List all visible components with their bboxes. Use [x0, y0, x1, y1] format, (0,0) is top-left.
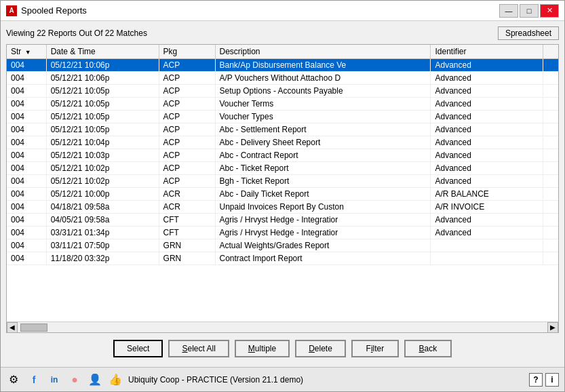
- cell-3: Voucher Terms: [215, 98, 431, 111]
- linkedin-icon[interactable]: in: [47, 372, 62, 387]
- table-row[interactable]: 00403/11/21 07:50pGRNActual Weights/Grad…: [7, 239, 558, 252]
- close-button[interactable]: ✕: [540, 4, 559, 18]
- cell-0: 004: [7, 123, 46, 136]
- cell-5: [543, 149, 558, 162]
- cell-4: A/R INVOICE: [431, 201, 543, 214]
- cell-4: Advanced: [431, 162, 543, 175]
- table-row[interactable]: 00405/12/21 10:05pACPAbc - Settlement Re…: [7, 123, 558, 136]
- cell-4: Advanced: [431, 85, 543, 98]
- cell-2: ACP: [159, 85, 215, 98]
- settings-icon[interactable]: ⚙: [6, 372, 21, 387]
- col-datetime[interactable]: Date & Time: [46, 45, 159, 59]
- cell-5: [543, 188, 558, 201]
- table-row[interactable]: 00404/18/21 09:58aACRUnpaid Invoices Rep…: [7, 201, 558, 214]
- table-row[interactable]: 00405/12/21 10:03pACPAbc - Contract Repo…: [7, 149, 558, 162]
- select-all-label-rest: elect All: [187, 344, 215, 353]
- table-row[interactable]: 00405/12/21 10:05pACPVoucher TypesAdvanc…: [7, 111, 558, 123]
- table-row[interactable]: 00403/31/21 01:34pCFTAgris / Hrvyst Hedg…: [7, 227, 558, 239]
- table-row[interactable]: 00404/05/21 09:58aCFTAgris / Hrvyst Hedg…: [7, 214, 558, 227]
- table-row[interactable]: 00405/12/21 10:02pACPBgh - Ticket Report…: [7, 175, 558, 188]
- cell-5: [543, 252, 558, 265]
- col-description[interactable]: Description: [215, 45, 431, 59]
- table-row[interactable]: 00405/12/21 10:02pACPAbc - Ticket Report…: [7, 162, 558, 175]
- cell-2: ACP: [159, 59, 215, 72]
- app-icon: A: [6, 5, 17, 16]
- cell-0: 004: [7, 85, 46, 98]
- cell-5: [543, 123, 558, 136]
- cell-4: Advanced: [431, 227, 543, 239]
- cell-3: Abc - Contract Report: [215, 149, 431, 162]
- select-all-button[interactable]: Select All: [168, 340, 229, 357]
- table-row[interactable]: 00405/12/21 10:06pACPBank/Ap Disbursemen…: [7, 59, 558, 72]
- thumbsup-icon[interactable]: 👍: [108, 372, 123, 387]
- cell-0: 004: [7, 149, 46, 162]
- cell-2: ACP: [159, 136, 215, 149]
- scroll-track[interactable]: [18, 322, 547, 332]
- filter-button[interactable]: Filter: [351, 340, 399, 357]
- top-bar: Viewing 22 Reports Out Of 22 Matches Spr…: [6, 26, 559, 40]
- cell-4: Advanced: [431, 111, 543, 123]
- cell-3: Abc - Delivery Sheet Report: [215, 136, 431, 149]
- table-body: 00405/12/21 10:06pACPBank/Ap Disbursemen…: [7, 59, 558, 265]
- cell-2: ACP: [159, 149, 215, 162]
- cell-0: 004: [7, 188, 46, 201]
- cell-1: 11/18/20 03:32p: [46, 252, 159, 265]
- facebook-icon[interactable]: f: [26, 372, 41, 387]
- multiple-button[interactable]: Multiple: [235, 340, 290, 357]
- select-button[interactable]: Select: [113, 340, 163, 357]
- scroll-right-button[interactable]: ▶: [547, 322, 558, 333]
- table-row[interactable]: 00405/12/21 10:05pACPSetup Options - Acc…: [7, 85, 558, 98]
- help-icon[interactable]: ?: [529, 373, 543, 387]
- cell-5: [543, 59, 558, 72]
- cell-0: 004: [7, 136, 46, 149]
- info-icon[interactable]: i: [545, 373, 559, 387]
- cell-2: ACP: [159, 162, 215, 175]
- cell-3: Abc - Settlement Report: [215, 123, 431, 136]
- table-row[interactable]: 00405/12/21 10:06pACPA/P Vouchers Withou…: [7, 72, 558, 85]
- table-row[interactable]: 00411/18/20 03:32pGRNContract Import Rep…: [7, 252, 558, 265]
- cell-2: CFT: [159, 214, 215, 227]
- cell-4: [431, 239, 543, 252]
- scroll-thumb[interactable]: [20, 324, 47, 332]
- cell-3: Agris / Hrvyst Hedge - Integratior: [215, 214, 431, 227]
- cell-1: 05/12/21 10:02p: [46, 175, 159, 188]
- cell-3: Unpaid Invoices Report By Custon: [215, 201, 431, 214]
- window-controls: — □ ✕: [499, 4, 559, 18]
- col-identifier[interactable]: Identifier: [431, 45, 543, 59]
- cell-3: A/P Vouchers Without Attachoo D: [215, 72, 431, 85]
- cell-5: [543, 239, 558, 252]
- cell-4: Advanced: [431, 149, 543, 162]
- twitter-icon[interactable]: ●: [67, 372, 82, 387]
- horizontal-scrollbar[interactable]: ◀ ▶: [7, 321, 558, 332]
- main-window: A Spooled Reports — □ ✕ Viewing 22 Repor…: [0, 0, 565, 392]
- col-str[interactable]: Str ▼: [7, 45, 46, 59]
- col-scroll: [543, 45, 558, 59]
- cell-2: ACP: [159, 98, 215, 111]
- cell-5: [543, 175, 558, 188]
- table-row[interactable]: 00405/12/21 10:04pACPAbc - Delivery Shee…: [7, 136, 558, 149]
- cell-2: CFT: [159, 227, 215, 239]
- cell-0: 004: [7, 111, 46, 123]
- table-row[interactable]: 00405/12/21 10:05pACPVoucher TermsAdvanc…: [7, 98, 558, 111]
- cell-4: Advanced: [431, 175, 543, 188]
- scroll-left-button[interactable]: ◀: [7, 322, 18, 333]
- col-pkg[interactable]: Pkg: [159, 45, 215, 59]
- cell-0: 004: [7, 201, 46, 214]
- user-icon[interactable]: 👤: [87, 372, 102, 387]
- minimize-button[interactable]: —: [499, 4, 518, 18]
- cell-0: 004: [7, 72, 46, 85]
- status-bar: ⚙ f in ● 👤 👍 Ubiquity Coop - PRACTICE (V…: [1, 367, 564, 391]
- table-scroll-area[interactable]: Str ▼ Date & Time Pkg Description Identi…: [7, 45, 558, 321]
- cell-5: [543, 72, 558, 85]
- maximize-button[interactable]: □: [520, 4, 539, 18]
- cell-5: [543, 136, 558, 149]
- cell-1: 04/18/21 09:58a: [46, 201, 159, 214]
- cell-4: Advanced: [431, 72, 543, 85]
- content-area: Viewing 22 Reports Out Of 22 Matches Spr…: [1, 21, 564, 367]
- cell-1: 05/12/21 10:06p: [46, 59, 159, 72]
- spreadsheet-button[interactable]: Spreadsheet: [498, 26, 559, 40]
- table-row[interactable]: 00405/12/21 10:00pACRAbc - Daily Ticket …: [7, 188, 558, 201]
- back-button[interactable]: Back: [404, 340, 452, 357]
- cell-2: ACP: [159, 175, 215, 188]
- delete-button[interactable]: Delete: [295, 340, 346, 357]
